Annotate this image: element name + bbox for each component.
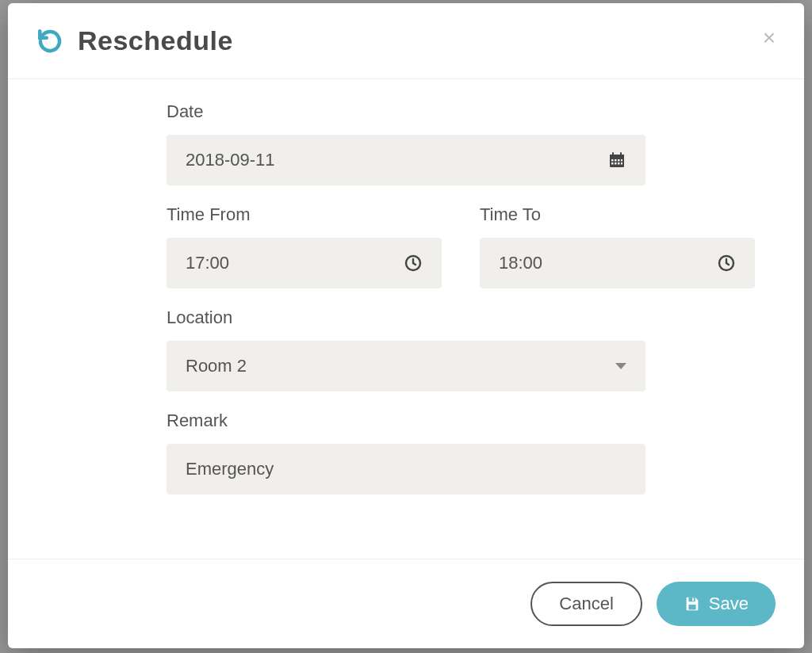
modal-footer: Cancel Save [8, 559, 804, 648]
svg-rect-3 [620, 152, 622, 155]
save-icon [684, 595, 701, 613]
time-from-input[interactable] [186, 253, 404, 273]
date-input[interactable] [186, 150, 607, 170]
modal-header: Reschedule × [8, 3, 804, 79]
cancel-button-label: Cancel [559, 594, 613, 614]
svg-rect-10 [618, 162, 620, 165]
svg-rect-1 [610, 155, 624, 158]
location-label: Location [167, 307, 645, 328]
svg-rect-4 [611, 159, 614, 162]
svg-rect-2 [612, 152, 614, 155]
location-select-wrap[interactable]: Room 2 [167, 341, 645, 391]
remark-label: Remark [167, 411, 645, 431]
date-label: Date [167, 101, 645, 122]
save-button-label: Save [709, 594, 749, 614]
location-selected: Room 2 [186, 356, 615, 376]
date-field-group: Date [167, 101, 645, 185]
svg-rect-15 [692, 598, 694, 601]
cancel-button[interactable]: Cancel [530, 582, 642, 626]
svg-rect-9 [615, 162, 617, 165]
remark-input-wrap[interactable] [167, 444, 645, 495]
modal-title: Reschedule [78, 25, 233, 56]
time-from-input-wrap[interactable] [167, 238, 442, 288]
time-from-label: Time From [167, 204, 442, 225]
remark-field-group: Remark [167, 411, 645, 495]
time-to-input-wrap[interactable] [480, 238, 755, 288]
calendar-icon [607, 151, 626, 170]
clock-icon [717, 254, 736, 273]
close-button[interactable]: × [758, 27, 780, 49]
svg-rect-8 [611, 162, 614, 165]
close-icon: × [763, 25, 776, 50]
svg-rect-11 [621, 162, 622, 165]
svg-rect-5 [615, 159, 617, 162]
time-from-field-group: Time From [167, 204, 442, 288]
refresh-icon [36, 28, 63, 55]
location-field-group: Location Room 2 [167, 307, 645, 391]
clock-icon [404, 254, 423, 273]
svg-rect-16 [688, 605, 695, 609]
save-button[interactable]: Save [657, 582, 776, 626]
chevron-down-icon [615, 363, 626, 369]
svg-rect-7 [621, 159, 622, 162]
svg-rect-14 [688, 598, 695, 602]
modal-body: Date [8, 79, 804, 559]
time-to-label: Time To [480, 204, 755, 225]
time-to-field-group: Time To [480, 204, 755, 288]
time-to-input[interactable] [499, 253, 717, 273]
date-input-wrap[interactable] [167, 135, 645, 185]
remark-input[interactable] [186, 459, 626, 479]
svg-rect-6 [618, 159, 620, 162]
reschedule-modal: Reschedule × Date [8, 3, 804, 648]
